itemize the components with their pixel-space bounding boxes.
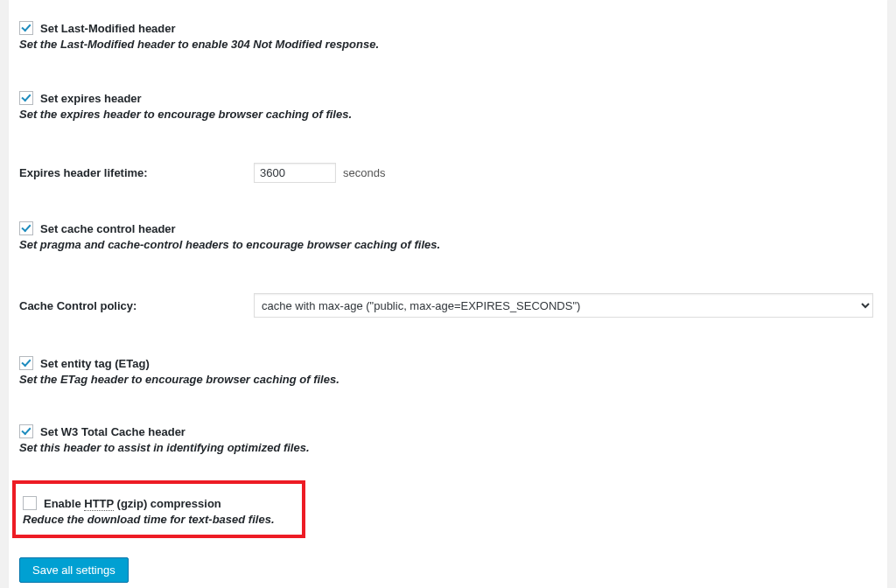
save-all-settings-button[interactable]: Save all settings <box>19 557 129 583</box>
checkbox-expires[interactable] <box>19 91 33 105</box>
expires-lifetime-label: Expires header lifetime: <box>19 166 254 179</box>
expires-lifetime-input[interactable] <box>254 163 336 183</box>
cache-policy-row: Cache Control policy: cache with max-age… <box>19 277 877 325</box>
option-etag: Set entity tag (ETag) Set the ETag heade… <box>19 344 877 393</box>
option-description: Set this header to assist in identifying… <box>19 441 877 454</box>
cache-policy-label: Cache Control policy: <box>19 299 254 312</box>
option-description: Reduce the download time for text-based … <box>23 513 295 526</box>
option-description: Set pragma and cache-control headers to … <box>19 238 877 251</box>
option-w3tc-header: Set W3 Total Cache header Set this heade… <box>19 412 877 461</box>
checkbox-label[interactable]: Enable HTTP (gzip) compression <box>44 497 221 510</box>
checkbox-label[interactable]: Set entity tag (ETag) <box>40 357 150 370</box>
option-last-modified: Set Last-Modified header Set the Last-Mo… <box>19 9 877 58</box>
checkbox-label[interactable]: Set expires header <box>40 92 142 105</box>
option-expires-header: Set expires header Set the expires heade… <box>19 79 877 128</box>
http-abbr: HTTP <box>84 497 114 511</box>
option-description: Set the ETag header to encourage browser… <box>19 373 877 386</box>
checkbox-label[interactable]: Set cache control header <box>40 222 176 235</box>
checkbox-label[interactable]: Set W3 Total Cache header <box>40 425 186 438</box>
option-description: Set the expires header to encourage brow… <box>19 108 877 121</box>
option-cache-control: Set cache control header Set pragma and … <box>19 209 877 258</box>
checkbox-last-modified[interactable] <box>19 21 33 35</box>
expires-lifetime-unit: seconds <box>343 166 385 179</box>
checkbox-cache-control[interactable] <box>19 221 33 235</box>
checkbox-etag[interactable] <box>19 356 33 370</box>
checkbox-label[interactable]: Set Last-Modified header <box>40 22 176 35</box>
cache-policy-select[interactable]: cache with max-age ("public, max-age=EXP… <box>254 293 873 318</box>
option-description: Set the Last-Modified header to enable 3… <box>19 38 877 51</box>
checkbox-w3tc[interactable] <box>19 424 33 438</box>
checkbox-gzip[interactable] <box>23 496 37 510</box>
option-gzip-compression: Enable HTTP (gzip) compression Reduce th… <box>12 480 305 538</box>
expires-lifetime-row: Expires header lifetime: seconds <box>19 147 877 190</box>
